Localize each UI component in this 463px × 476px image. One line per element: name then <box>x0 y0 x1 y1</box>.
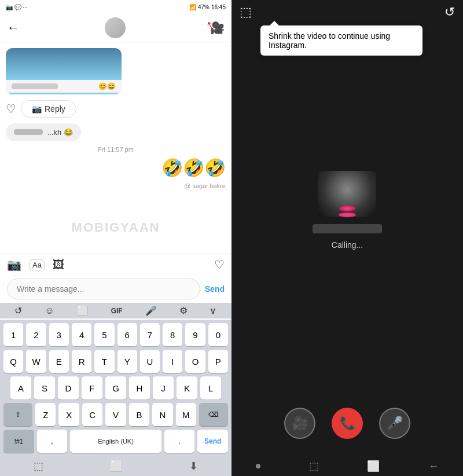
caller-avatar <box>318 171 376 217</box>
tooltip-text: Shrink the video to continue using Insta… <box>269 31 390 50</box>
kb-key-q[interactable]: Q <box>3 350 23 373</box>
kb-key-u[interactable]: U <box>140 350 160 373</box>
kb-key-n[interactable]: N <box>152 403 172 426</box>
kb-key-p[interactable]: P <box>208 350 228 373</box>
kb-key-0[interactable]: 0 <box>208 323 228 346</box>
kb-row-special: !#1 , English (UK) . Send <box>3 430 228 453</box>
kb-key-r[interactable]: R <box>72 350 91 373</box>
kb-key-5[interactable]: 5 <box>94 323 114 346</box>
kb-key-3[interactable]: 3 <box>49 323 69 346</box>
right-nav-home[interactable]: ⬜ <box>367 460 380 473</box>
kb-key-x[interactable]: X <box>58 403 79 426</box>
gallery-toolbar-button[interactable]: 🖼 <box>53 258 64 272</box>
kb-key-9[interactable]: 9 <box>185 323 205 346</box>
right-nav-dot <box>256 464 260 468</box>
keyboard-area: 1 2 3 4 5 6 7 8 9 0 Q W E R T Y U I <box>0 320 232 456</box>
kb-key-h[interactable]: H <box>129 376 150 400</box>
camera-toolbar-button[interactable]: 📷 <box>7 258 21 272</box>
sender-name: @ sagar.bakre <box>184 182 226 189</box>
kb-key-o[interactable]: O <box>185 350 205 373</box>
kb-comma-key[interactable]: , <box>37 430 68 453</box>
bottom-nav-left: ⬚ ⬜ ⬇ <box>0 456 232 476</box>
kb-key-a[interactable]: A <box>10 376 31 400</box>
kb-symbols-key[interactable]: !#1 <box>3 430 34 453</box>
kb-shift-key[interactable]: ⇧ <box>3 403 32 426</box>
kb-key-w[interactable]: W <box>26 350 46 373</box>
end-call-button[interactable]: 📞 <box>332 408 363 439</box>
contact-avatar <box>105 17 126 38</box>
kb-key-k[interactable]: K <box>177 376 197 400</box>
kb-key-e[interactable]: E <box>49 350 69 373</box>
kb-key-c[interactable]: C <box>82 403 102 426</box>
kb-send-key[interactable]: Send <box>197 430 228 453</box>
kb-key-y[interactable]: Y <box>117 350 137 373</box>
received-message-emoji: ...kh 😂 <box>6 123 81 141</box>
kb-gif-icon[interactable]: GIF <box>111 307 123 315</box>
signal-icon: 📶 <box>189 4 196 10</box>
kb-key-6[interactable]: 6 <box>117 323 137 346</box>
kb-key-d[interactable]: D <box>58 376 79 400</box>
shrink-video-icon[interactable]: ⬚ <box>240 5 252 20</box>
calling-area: Calling... <box>232 24 463 396</box>
kb-settings-icon[interactable]: ⚙ <box>179 305 188 316</box>
image-message-bubble: 😊😄 <box>6 48 122 94</box>
kb-key-7[interactable]: 7 <box>140 323 160 346</box>
nav-home-icon[interactable]: ⬜ <box>110 460 123 473</box>
kb-key-z[interactable]: Z <box>35 403 56 426</box>
kb-emoji-icon[interactable]: ☺ <box>45 306 54 316</box>
heart-toolbar-icon[interactable]: ♡ <box>214 258 225 272</box>
video-ctrl-icon: 🎥 <box>292 416 308 431</box>
nav-recents-icon[interactable]: ⬚ <box>34 460 43 473</box>
kb-key-l[interactable]: L <box>200 376 221 400</box>
left-panel: 📷 💬 ··· 📶 47% 16:45 ← 🎥 ↑ 😊😄 ♡ <box>0 0 232 476</box>
nav-back-icon[interactable]: ⬇ <box>189 460 198 473</box>
kb-key-8[interactable]: 8 <box>163 323 182 346</box>
kb-key-s[interactable]: S <box>34 376 55 400</box>
kb-key-2[interactable]: 2 <box>26 323 46 346</box>
notification-icons: 📷 💬 ··· <box>6 4 28 10</box>
video-toggle-button[interactable]: 🎥 <box>284 408 315 439</box>
send-button[interactable]: Send <box>205 284 225 294</box>
kb-key-1[interactable]: 1 <box>3 323 23 346</box>
kb-rotate-icon[interactable]: ↺ <box>14 305 22 316</box>
call-controls: 🎥 📞 🎤 <box>232 396 463 456</box>
kb-key-i[interactable]: I <box>163 350 182 373</box>
calling-status-text: Calling... <box>332 240 363 250</box>
message-input-row: Send <box>0 275 232 303</box>
kb-mic-icon[interactable]: 🎤 <box>145 305 157 316</box>
kb-period-key[interactable]: . <box>164 430 195 453</box>
status-left-icons: 📷 💬 ··· <box>6 4 28 10</box>
right-top-bar: ⬚ ↺ <box>232 0 463 24</box>
kb-backspace-key[interactable]: ⌫ <box>199 403 228 426</box>
reply-button[interactable]: 📷 Reply <box>21 100 76 118</box>
message-input[interactable] <box>7 279 200 299</box>
kb-key-b[interactable]: B <box>129 403 149 426</box>
like-button[interactable]: ♡ <box>6 102 16 116</box>
video-call-button[interactable]: 🎥 <box>210 21 225 35</box>
kb-key-4[interactable]: 4 <box>72 323 91 346</box>
tooltip-box: Shrink the video to continue using Insta… <box>260 25 422 56</box>
status-right-icons: 📶 47% 16:45 <box>189 4 226 10</box>
kb-key-m[interactable]: M <box>176 403 196 426</box>
kb-key-j[interactable]: J <box>153 376 174 400</box>
kb-key-t[interactable]: T <box>94 350 114 373</box>
image-preview <box>6 48 122 80</box>
right-nav-back[interactable]: ← <box>428 460 439 473</box>
time-text: 16:45 <box>211 4 226 10</box>
right-panel: ⬚ ↺ Shrink the video to continue using I… <box>232 0 463 476</box>
right-nav-recents[interactable]: ⬚ <box>309 460 319 473</box>
kb-key-g[interactable]: G <box>105 376 126 400</box>
back-button[interactable]: ← <box>7 20 20 35</box>
kb-key-f[interactable]: F <box>82 376 102 400</box>
kb-sticker-icon[interactable]: ⬜ <box>77 305 89 316</box>
kb-key-v[interactable]: V <box>105 403 126 426</box>
reply-row: ♡ 📷 Reply <box>6 99 226 119</box>
kb-expand-icon[interactable]: ∨ <box>210 305 216 316</box>
kb-row-asdf: A S D F G H J K L <box>3 376 228 400</box>
end-call-icon: 📞 <box>340 416 355 431</box>
kb-row-zxcv: ⇧ Z X C V B N M ⌫ <box>3 403 228 426</box>
kb-space-key[interactable]: English (UK) <box>70 430 161 453</box>
mute-button[interactable]: 🎤 <box>379 408 410 439</box>
rotate-icon[interactable]: ↺ <box>444 5 455 20</box>
text-toolbar-button[interactable]: Aa <box>30 259 45 270</box>
